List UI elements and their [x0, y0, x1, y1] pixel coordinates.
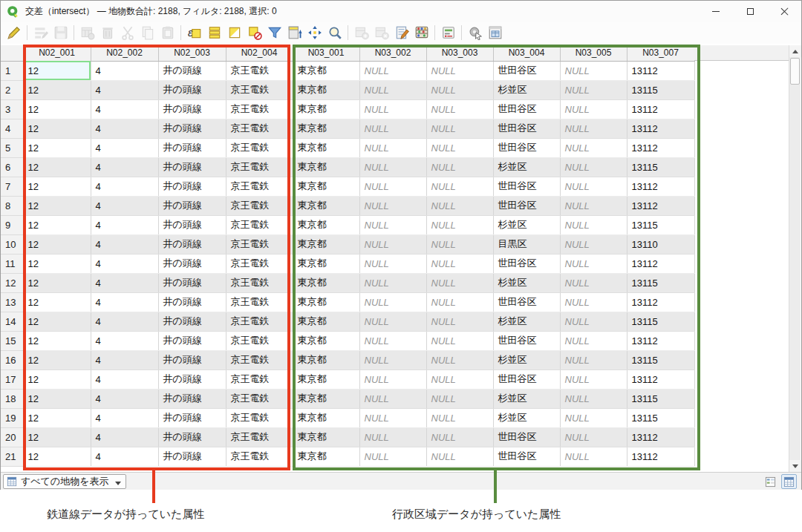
table-cell[interactable]: 東京都: [293, 331, 359, 350]
table-cell[interactable]: NULL: [560, 234, 627, 254]
table-cell[interactable]: NULL: [359, 157, 426, 177]
table-cell[interactable]: 杉並区: [493, 80, 560, 99]
table-cell[interactable]: 井の頭線: [158, 157, 226, 177]
table-cell[interactable]: NULL: [426, 177, 493, 196]
table-cell[interactable]: 京王電鉄: [226, 215, 293, 234]
table-cell[interactable]: 12: [23, 99, 91, 119]
invert-selection-button[interactable]: [224, 23, 244, 43]
row-number[interactable]: 19: [1, 408, 23, 427]
table-cell[interactable]: NULL: [359, 234, 426, 254]
table-cell[interactable]: NULL: [560, 408, 627, 427]
table-cell[interactable]: NULL: [560, 312, 627, 331]
edit-fields-button[interactable]: [391, 23, 411, 43]
table-cell[interactable]: 4: [91, 177, 158, 196]
table-cell[interactable]: 東京都: [293, 177, 359, 196]
scrollbar-thumb[interactable]: [790, 58, 800, 85]
table-cell[interactable]: 4: [91, 427, 158, 447]
column-header-N02_003[interactable]: N02_003: [158, 45, 226, 61]
table-cell[interactable]: 東京都: [293, 234, 359, 254]
table-cell[interactable]: 4: [91, 292, 158, 312]
table-cell[interactable]: 東京都: [293, 119, 359, 138]
table-cell[interactable]: 杉並区: [493, 312, 560, 331]
table-cell[interactable]: NULL: [426, 119, 493, 138]
table-cell[interactable]: NULL: [560, 292, 627, 312]
row-number[interactable]: 11: [1, 254, 23, 273]
table-cell[interactable]: NULL: [426, 370, 493, 389]
table-cell[interactable]: NULL: [560, 331, 627, 350]
row-number[interactable]: 7: [1, 177, 23, 196]
vertical-scrollbar[interactable]: [789, 45, 801, 472]
table-cell[interactable]: 世田谷区: [493, 61, 560, 80]
table-cell[interactable]: 4: [91, 273, 158, 292]
table-cell[interactable]: 東京都: [293, 61, 359, 80]
table-cell[interactable]: NULL: [560, 447, 627, 466]
row-number[interactable]: 14: [1, 312, 23, 331]
table-cell[interactable]: 京王電鉄: [226, 447, 293, 466]
table-cell[interactable]: 世田谷区: [493, 119, 560, 138]
table-cell[interactable]: 世田谷区: [493, 99, 560, 119]
table-cell[interactable]: 13115: [627, 408, 694, 427]
table-cell[interactable]: NULL: [426, 196, 493, 215]
table-cell[interactable]: 京王電鉄: [226, 331, 293, 350]
table-cell[interactable]: 井の頭線: [158, 196, 226, 215]
table-cell[interactable]: 井の頭線: [158, 215, 226, 234]
move-selection-to-top-button[interactable]: [284, 23, 304, 43]
table-cell[interactable]: 井の頭線: [158, 99, 226, 119]
table-cell[interactable]: 京王電鉄: [226, 389, 293, 408]
table-cell[interactable]: 京王電鉄: [226, 254, 293, 273]
table-cell[interactable]: 東京都: [293, 254, 359, 273]
table-cell[interactable]: 12: [23, 389, 91, 408]
column-header-N02_001[interactable]: N02_001: [23, 45, 91, 61]
table-cell[interactable]: 東京都: [293, 273, 359, 292]
table-cell[interactable]: 4: [91, 119, 158, 138]
table-cell[interactable]: 13115: [627, 389, 694, 408]
table-cell[interactable]: 杉並区: [493, 273, 560, 292]
scroll-up-button[interactable]: [789, 45, 801, 57]
filter-form-button[interactable]: [264, 23, 284, 43]
table-cell[interactable]: NULL: [359, 370, 426, 389]
table-cell[interactable]: 13115: [627, 350, 694, 370]
maximize-button[interactable]: [733, 1, 767, 22]
table-cell[interactable]: NULL: [359, 215, 426, 234]
table-cell[interactable]: NULL: [560, 215, 627, 234]
table-cell[interactable]: 東京都: [293, 427, 359, 447]
table-cell[interactable]: 12: [23, 157, 91, 177]
table-cell[interactable]: 京王電鉄: [226, 312, 293, 331]
table-cell[interactable]: NULL: [359, 427, 426, 447]
table-cell[interactable]: 井の頭線: [158, 61, 226, 80]
table-cell[interactable]: 13112: [627, 99, 694, 119]
table-cell[interactable]: 井の頭線: [158, 447, 226, 466]
table-cell[interactable]: 13115: [627, 215, 694, 234]
table-cell[interactable]: NULL: [426, 80, 493, 99]
column-header-N02_002[interactable]: N02_002: [91, 45, 158, 61]
table-cell[interactable]: NULL: [359, 80, 426, 99]
row-number[interactable]: 21: [1, 447, 23, 466]
row-number[interactable]: 4: [1, 119, 23, 138]
table-cell[interactable]: NULL: [560, 273, 627, 292]
table-cell[interactable]: 4: [91, 99, 158, 119]
table-cell[interactable]: 4: [91, 312, 158, 331]
table-cell[interactable]: 13112: [627, 254, 694, 273]
table-cell[interactable]: 杉並区: [493, 215, 560, 234]
table-cell[interactable]: NULL: [426, 292, 493, 312]
table-cell[interactable]: NULL: [426, 408, 493, 427]
table-cell[interactable]: 井の頭線: [158, 312, 226, 331]
table-cell[interactable]: 4: [91, 370, 158, 389]
table-cell[interactable]: 13112: [627, 292, 694, 312]
table-cell[interactable]: NULL: [359, 61, 426, 80]
table-cell[interactable]: 世田谷区: [493, 254, 560, 273]
table-cell[interactable]: 12: [23, 427, 91, 447]
column-header-N03_007[interactable]: N03_007: [627, 45, 694, 61]
table-cell[interactable]: 4: [91, 157, 158, 177]
row-number[interactable]: 8: [1, 196, 23, 215]
select-by-expression-button[interactable]: ε: [184, 23, 204, 43]
table-cell[interactable]: 京王電鉄: [226, 80, 293, 99]
table-cell[interactable]: NULL: [426, 215, 493, 234]
table-cell[interactable]: NULL: [426, 234, 493, 254]
table-cell[interactable]: 京王電鉄: [226, 370, 293, 389]
table-cell[interactable]: 世田谷区: [493, 196, 560, 215]
table-cell[interactable]: 京王電鉄: [226, 61, 293, 80]
table-cell[interactable]: NULL: [359, 196, 426, 215]
column-header-N03_005[interactable]: N03_005: [560, 45, 627, 61]
table-cell[interactable]: 杉並区: [493, 389, 560, 408]
